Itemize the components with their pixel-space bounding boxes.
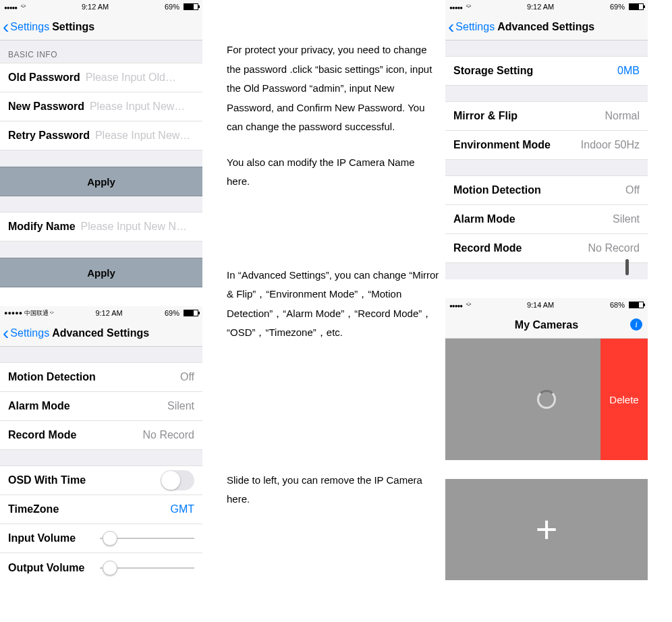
camera-tile[interactable]: Delete xyxy=(445,339,648,460)
signal-dots-icon xyxy=(449,3,462,11)
navbar: Settings Advanced Settings xyxy=(445,13,648,40)
motion-detection-row[interactable]: Motion Detection Off xyxy=(445,175,648,205)
environment-mode-value: Indoor 50Hz xyxy=(581,139,640,151)
motion-detection-row[interactable]: Motion Detection Off xyxy=(0,362,202,392)
section-header-basic-info: BASIC INFO xyxy=(0,40,202,63)
statusbar-time: 9:12 AM xyxy=(527,3,554,11)
plus-icon: + xyxy=(536,511,558,548)
navbar: My Cameras i xyxy=(445,312,648,339)
record-mode-row[interactable]: Record Mode No Record xyxy=(445,233,648,263)
statusbar-time: 9:14 AM xyxy=(527,301,554,309)
alarm-mode-value: Silent xyxy=(613,213,640,225)
page-title: Advanced Settings xyxy=(52,327,149,339)
mirror-flip-value: Normal xyxy=(605,110,640,122)
signal-dots-icon xyxy=(449,301,462,309)
statusbar: ●●●●● 中国联通 ⌔ 9:12 AM 69% xyxy=(0,306,202,320)
apply-name-button[interactable]: Apply xyxy=(0,258,202,287)
battery-icon xyxy=(184,3,198,10)
alarm-mode-value: Silent xyxy=(167,400,194,412)
battery-pct: 69% xyxy=(610,3,625,11)
retry-password-row[interactable]: Retry Password Please Input New… xyxy=(0,121,202,150)
screenshot-advanced-lower: ●●●●● 中国联通 ⌔ 9:12 AM 69% Settings Advanc… xyxy=(0,306,202,582)
record-mode-row[interactable]: Record Mode No Record xyxy=(0,420,202,450)
screenshot-settings-basic: 9:12 AM 69% Settings Settings BASIC INFO… xyxy=(0,0,202,287)
statusbar: 9:12 AM 69% xyxy=(445,0,648,13)
statusbar-time: 9:12 AM xyxy=(95,309,122,317)
instruction-p4: Slide to left, you can remove the IP Cam… xyxy=(227,471,440,509)
input-volume-row[interactable]: Input Volume xyxy=(0,524,202,553)
battery-pct: 69% xyxy=(165,3,179,11)
motion-detection-value: Off xyxy=(625,184,640,196)
retry-password-label: Retry Password xyxy=(8,130,90,142)
battery-pct: 68% xyxy=(610,301,625,309)
page-title: My Cameras xyxy=(445,319,648,331)
carrier: ●●●●● 中国联通 ⌔ xyxy=(4,309,53,318)
scroll-indicator xyxy=(625,259,629,275)
modify-name-row[interactable]: Modify Name Please Input New N… xyxy=(0,212,202,242)
alarm-mode-row[interactable]: Alarm Mode Silent xyxy=(0,391,202,421)
battery-icon xyxy=(184,310,198,316)
instruction-p1: For protect your privacy, you need to ch… xyxy=(227,40,440,137)
wifi-icon xyxy=(466,300,471,310)
mirror-flip-row[interactable]: Mirror & Flip Normal xyxy=(445,101,648,131)
timezone-row[interactable]: TimeZone GMT xyxy=(0,494,202,524)
modify-name-label: Modify Name xyxy=(8,221,76,233)
wifi-icon xyxy=(466,2,471,11)
instruction-p3: In “Advanced Settings”, you can change “… xyxy=(227,266,440,343)
wifi-icon xyxy=(21,2,26,11)
osd-with-time-row[interactable]: OSD With Time xyxy=(0,465,202,495)
storage-value: 0MB xyxy=(617,65,640,77)
back-button[interactable]: Settings xyxy=(0,20,49,34)
statusbar: 9:14 AM 68% xyxy=(445,298,648,312)
environment-mode-row[interactable]: Environment Mode Indoor 50Hz xyxy=(445,130,648,160)
page-title: Settings xyxy=(52,21,94,33)
info-icon[interactable]: i xyxy=(630,318,642,331)
back-button[interactable]: Settings xyxy=(0,327,49,340)
new-password-label: New Password xyxy=(8,101,84,113)
screenshot-my-cameras: 9:14 AM 68% My Cameras i Delete + xyxy=(445,298,648,580)
input-volume-slider[interactable] xyxy=(100,538,194,539)
battery-icon xyxy=(629,3,644,10)
old-password-input[interactable]: Please Input Old… xyxy=(86,72,194,84)
record-mode-value: No Record xyxy=(588,242,640,254)
apply-password-button[interactable]: Apply xyxy=(0,167,202,196)
osd-toggle[interactable] xyxy=(161,470,194,490)
output-volume-slider[interactable] xyxy=(100,567,194,569)
signal-dots-icon xyxy=(4,3,17,11)
alarm-mode-row[interactable]: Alarm Mode Silent xyxy=(445,204,648,234)
back-button[interactable]: Settings xyxy=(445,20,495,34)
new-password-row[interactable]: New Password Please Input New… xyxy=(0,92,202,121)
output-volume-row[interactable]: Output Volume xyxy=(0,553,202,582)
timezone-value: GMT xyxy=(170,503,194,515)
modify-name-input[interactable]: Please Input New N… xyxy=(81,221,194,233)
add-camera-tile[interactable]: + xyxy=(445,479,648,580)
screenshot-advanced-upper: 9:12 AM 69% Settings Advanced Settings S… xyxy=(445,0,648,279)
battery-icon xyxy=(629,302,644,308)
loading-spinner-icon xyxy=(537,390,556,409)
instruction-column: For protect your privacy, you need to ch… xyxy=(216,0,445,526)
storage-setting-row[interactable]: Storage Setting 0MB xyxy=(445,56,648,86)
statusbar-time: 9:12 AM xyxy=(82,3,109,11)
retry-password-input[interactable]: Please Input New… xyxy=(95,130,194,142)
delete-button[interactable]: Delete xyxy=(600,339,648,460)
statusbar: 9:12 AM 69% xyxy=(0,0,202,13)
instruction-p2: You also can modify the IP Camera Name h… xyxy=(227,153,440,192)
navbar: Settings Advanced Settings xyxy=(0,320,202,347)
motion-detection-value: Off xyxy=(180,371,194,383)
old-password-label: Old Password xyxy=(8,72,80,84)
new-password-input[interactable]: Please Input New… xyxy=(90,101,194,113)
page-title: Advanced Settings xyxy=(497,21,594,33)
navbar: Settings Settings xyxy=(0,13,202,40)
old-password-row[interactable]: Old Password Please Input Old… xyxy=(0,63,202,92)
record-mode-value: No Record xyxy=(143,429,194,441)
battery-pct: 69% xyxy=(165,309,179,317)
